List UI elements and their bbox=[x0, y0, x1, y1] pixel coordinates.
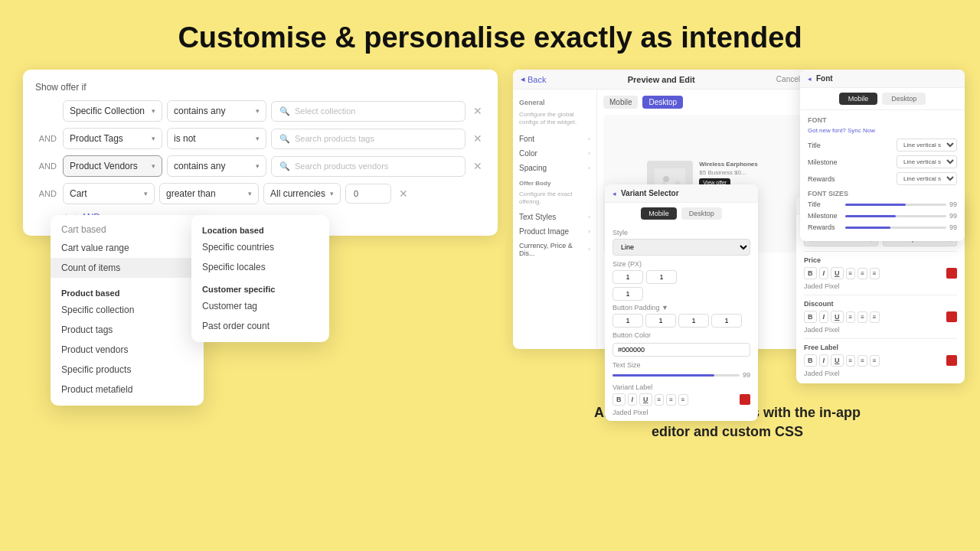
price-color-swatch[interactable] bbox=[946, 268, 957, 279]
free-label-format-row: B I U ≡ ≡ ≡ bbox=[804, 354, 957, 367]
dropdown-product-vendors[interactable]: Product vendors bbox=[51, 340, 204, 360]
type-select-3[interactable]: Product Vendors ▾ bbox=[63, 155, 162, 177]
font-tab-desktop[interactable]: Desktop bbox=[882, 93, 926, 105]
sidebar-currency-item[interactable]: Currency, Price & Dis... › bbox=[513, 239, 596, 260]
ws-tab-mobile[interactable]: Mobile bbox=[641, 207, 677, 220]
remove-btn-2[interactable]: ✕ bbox=[470, 132, 485, 145]
dropdown-past-order-count[interactable]: Past order count bbox=[191, 316, 329, 336]
size-input-1[interactable] bbox=[612, 270, 643, 284]
padding-input-1[interactable] bbox=[612, 314, 643, 328]
free-align-left[interactable]: ≡ bbox=[846, 355, 856, 367]
search-field-2[interactable]: 🔍 Search products tags bbox=[271, 129, 466, 149]
operator-select-4[interactable]: greater than ▾ bbox=[159, 183, 259, 204]
padding-input-4[interactable] bbox=[711, 314, 742, 328]
font-milestone-select[interactable]: Line vertical s bbox=[897, 155, 957, 168]
price-bold-btn[interactable]: B bbox=[804, 267, 817, 279]
remove-btn-4[interactable]: ✕ bbox=[396, 187, 411, 200]
variant-underline-btn[interactable]: U bbox=[639, 393, 652, 406]
size-input-2[interactable] bbox=[646, 270, 677, 284]
dropdown-product-tags[interactable]: Product tags bbox=[51, 320, 204, 340]
padding-input-3[interactable] bbox=[678, 314, 709, 328]
price-align-center[interactable]: ≡ bbox=[858, 268, 867, 279]
remove-btn-3[interactable]: ✕ bbox=[470, 160, 485, 172]
discount-color-swatch[interactable] bbox=[946, 311, 957, 322]
discount-underline-btn[interactable]: U bbox=[831, 311, 844, 323]
search-field-3[interactable]: 🔍 Search products vendors bbox=[271, 156, 466, 177]
variant-bold-btn[interactable]: B bbox=[612, 393, 626, 406]
dropdown-specific-collection[interactable]: Specific collection bbox=[51, 300, 204, 320]
search-field-1[interactable]: 🔍 Select collection bbox=[271, 101, 466, 122]
discount-bold-btn[interactable]: B bbox=[804, 311, 817, 323]
size-input-3[interactable] bbox=[612, 287, 643, 301]
preview-tab-desktop[interactable]: Desktop bbox=[642, 96, 683, 109]
type-select-2[interactable]: Product Tags ▾ bbox=[63, 128, 162, 149]
font-title-select[interactable]: Line vertical s bbox=[897, 139, 957, 152]
font-card: ◂ Font Mobile Desktop Font Got new font?… bbox=[800, 70, 965, 241]
padding-input-2[interactable] bbox=[645, 314, 676, 328]
price-underline-btn[interactable]: U bbox=[831, 267, 844, 279]
ws-tab-desktop[interactable]: Desktop bbox=[681, 207, 722, 220]
free-underline-btn[interactable]: U bbox=[831, 354, 844, 367]
font-rewards-select[interactable]: Line vertical s bbox=[897, 172, 957, 185]
variant-italic-btn[interactable]: I bbox=[628, 393, 638, 406]
dropdown-specific-countries[interactable]: Specific countries bbox=[191, 237, 329, 257]
condition-row-1: Specific Collection ▾ contains any ▾ 🔍 S… bbox=[35, 100, 485, 122]
variant-align-center[interactable]: ≡ bbox=[666, 394, 676, 406]
chevron-down-icon-7: ▾ bbox=[144, 190, 148, 197]
cancel-button[interactable]: Cancel bbox=[776, 75, 800, 83]
free-bold-btn[interactable]: B bbox=[804, 354, 817, 367]
dropdown-product-metafield[interactable]: Product metafield bbox=[51, 380, 204, 399]
currency-select-4[interactable]: All currencies ▾ bbox=[263, 183, 341, 204]
free-align-center[interactable]: ≡ bbox=[858, 355, 867, 367]
font-size-rewards-slider[interactable] bbox=[845, 227, 946, 229]
price-align-right[interactable]: ≡ bbox=[870, 268, 880, 279]
type-select-4[interactable]: Cart ▾ bbox=[63, 183, 155, 204]
dropdown-specific-products[interactable]: Specific products bbox=[51, 360, 204, 380]
dropdown-specific-locales[interactable]: Specific locales bbox=[191, 257, 329, 277]
widget-selector-body: Style Line Size (PX) Button Padding ▼ bbox=[605, 224, 758, 421]
dropdown-count-items[interactable]: Count of items bbox=[51, 258, 204, 278]
discount-align-left[interactable]: ≡ bbox=[846, 311, 856, 323]
chevron-down-icon-6: ▾ bbox=[256, 162, 260, 170]
font-tab-mobile[interactable]: Mobile bbox=[839, 93, 878, 105]
sidebar-textstyles-item[interactable]: Text Styles › bbox=[513, 210, 596, 224]
operator-select-2[interactable]: is not ▾ bbox=[167, 128, 266, 149]
type-select-1[interactable]: Specific Collection ▾ bbox=[63, 100, 162, 122]
button-color-input[interactable] bbox=[612, 343, 750, 357]
search-field-4[interactable]: 0 bbox=[345, 184, 391, 204]
sidebar-font-item[interactable]: Font › bbox=[513, 132, 596, 146]
sync-now-link[interactable]: Got new font? Sync Now bbox=[808, 127, 957, 134]
sidebar-spacing-item[interactable]: Spacing › bbox=[513, 161, 596, 175]
conditions-label: Show offer if bbox=[35, 82, 485, 93]
sidebar-color-item[interactable]: Color › bbox=[513, 146, 596, 161]
variant-color-swatch[interactable] bbox=[740, 394, 750, 405]
button-color-label: Button Color bbox=[612, 331, 750, 339]
text-size-slider[interactable] bbox=[612, 374, 740, 377]
remove-btn-1[interactable]: ✕ bbox=[470, 105, 485, 117]
operator-select-1[interactable]: contains any ▾ bbox=[167, 100, 266, 122]
font-milestone-label: Milestone bbox=[808, 158, 838, 166]
discount-italic-btn[interactable]: I bbox=[819, 311, 829, 323]
back-button[interactable]: ◂ Back bbox=[521, 74, 546, 84]
font-size-milestone-slider[interactable] bbox=[845, 215, 946, 217]
discount-align-right[interactable]: ≡ bbox=[870, 311, 880, 323]
variant-align-right[interactable]: ≡ bbox=[678, 394, 688, 406]
sidebar-productimage-item[interactable]: Product Image › bbox=[513, 224, 596, 239]
discount-align-center[interactable]: ≡ bbox=[858, 311, 867, 323]
font-size-title-slider[interactable] bbox=[845, 204, 946, 206]
free-color-swatch[interactable] bbox=[946, 355, 957, 366]
free-align-right[interactable]: ≡ bbox=[870, 355, 880, 367]
product-price: $5 Business $0... bbox=[699, 169, 757, 176]
preview-tab-mobile[interactable]: Mobile bbox=[603, 96, 638, 109]
variant-align-left[interactable]: ≡ bbox=[655, 394, 665, 406]
dropdown-customer-tag[interactable]: Customer tag bbox=[191, 296, 329, 316]
operator-select-3[interactable]: contains any ▾ bbox=[167, 155, 266, 177]
type-select-2-value: Product Tags bbox=[70, 133, 123, 144]
search-icon-2: 🔍 bbox=[279, 134, 290, 144]
price-align-left[interactable]: ≡ bbox=[846, 268, 856, 279]
dropdown-cart-value-range[interactable]: Cart value range bbox=[51, 238, 204, 258]
style-select[interactable]: Line bbox=[612, 239, 750, 256]
free-italic-btn[interactable]: I bbox=[819, 354, 829, 367]
font-size-title-row: Title 99 bbox=[808, 201, 957, 208]
price-italic-btn[interactable]: I bbox=[819, 267, 829, 279]
